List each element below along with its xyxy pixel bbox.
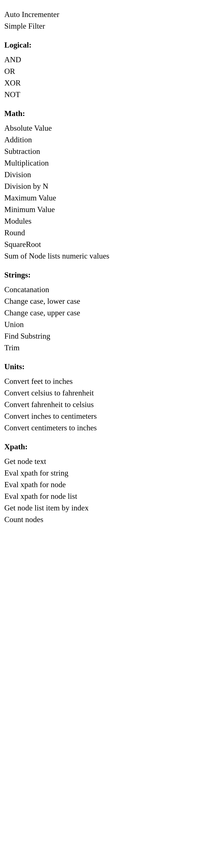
list-item-37[interactable]: Eval xpath for node list bbox=[4, 490, 203, 502]
list-item-38[interactable]: Get node list item by index bbox=[4, 502, 203, 514]
list-item-34[interactable]: Get node text bbox=[4, 456, 203, 467]
list-item-26[interactable]: Trim bbox=[4, 342, 203, 353]
content-list: Auto IncrementerSimple FilterLogical:AND… bbox=[4, 9, 203, 525]
list-item-3[interactable]: AND bbox=[4, 54, 203, 65]
list-item-12[interactable]: Division bbox=[4, 169, 203, 180]
list-item-9[interactable]: Addition bbox=[4, 134, 203, 146]
list-item-16[interactable]: Modules bbox=[4, 215, 203, 227]
section-header-math-[interactable]: Math: bbox=[4, 109, 203, 118]
list-item-1[interactable]: Simple Filter bbox=[4, 20, 203, 32]
list-item-6[interactable]: NOT bbox=[4, 89, 203, 100]
list-item-13[interactable]: Division by N bbox=[4, 180, 203, 192]
section-header-units-[interactable]: Units: bbox=[4, 362, 203, 371]
list-item-14[interactable]: Maximum Value bbox=[4, 192, 203, 204]
list-item-0[interactable]: Auto Incrementer bbox=[4, 9, 203, 20]
list-item-35[interactable]: Eval xpath for string bbox=[4, 467, 203, 479]
list-item-36[interactable]: Eval xpath for node bbox=[4, 479, 203, 490]
list-item-15[interactable]: Minimum Value bbox=[4, 204, 203, 215]
list-item-21[interactable]: Concatanation bbox=[4, 284, 203, 296]
list-item-8[interactable]: Absolute Value bbox=[4, 122, 203, 134]
list-item-23[interactable]: Change case, upper case bbox=[4, 307, 203, 319]
list-item-28[interactable]: Convert feet to inches bbox=[4, 375, 203, 387]
list-item-30[interactable]: Convert fahrenheit to celsius bbox=[4, 399, 203, 410]
list-item-19[interactable]: Sum of Node lists numeric values bbox=[4, 250, 203, 262]
list-item-18[interactable]: SquareRoot bbox=[4, 239, 203, 250]
list-item-29[interactable]: Convert celsius to fahrenheit bbox=[4, 387, 203, 399]
list-item-25[interactable]: Find Substring bbox=[4, 330, 203, 342]
list-item-17[interactable]: Round bbox=[4, 227, 203, 239]
list-item-32[interactable]: Convert centimeters to inches bbox=[4, 422, 203, 434]
list-item-4[interactable]: OR bbox=[4, 65, 203, 77]
list-item-39[interactable]: Count nodes bbox=[4, 514, 203, 525]
list-item-31[interactable]: Convert inches to centimeters bbox=[4, 410, 203, 422]
list-item-10[interactable]: Subtraction bbox=[4, 146, 203, 157]
section-header-logical-[interactable]: Logical: bbox=[4, 40, 203, 50]
list-item-24[interactable]: Union bbox=[4, 319, 203, 330]
list-item-22[interactable]: Change case, lower case bbox=[4, 296, 203, 307]
section-header-strings-[interactable]: Strings: bbox=[4, 270, 203, 279]
list-item-11[interactable]: Multiplication bbox=[4, 157, 203, 169]
list-item-5[interactable]: XOR bbox=[4, 77, 203, 89]
section-header-xpath-[interactable]: Xpath: bbox=[4, 442, 203, 451]
